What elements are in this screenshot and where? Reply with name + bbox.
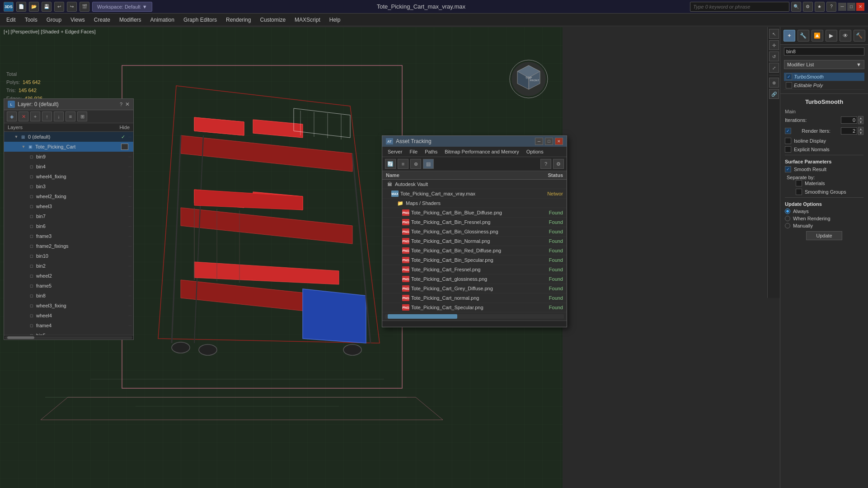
layer-move-up-btn[interactable]: ↑ — [42, 112, 52, 121]
at-menu-server[interactable]: Server — [385, 148, 405, 155]
ts-when-rendering-radio[interactable] — [785, 216, 790, 221]
at-menu-options[interactable]: Options — [524, 148, 546, 155]
layer-row[interactable]: ◻ frame5 ··· — [4, 281, 133, 291]
open-button[interactable]: 📂 — [29, 2, 39, 12]
layer-row[interactable]: ◻ frame2_fixings ··· — [4, 241, 133, 251]
at-menu-bitmap-perf[interactable]: Bitmap Performance and Memory — [442, 148, 521, 155]
layer-row[interactable]: ◻ wheel4_fixing ··· — [4, 172, 133, 181]
star-icon[interactable]: ★ — [815, 2, 825, 12]
ts-iterations-up[interactable]: ▲ — [858, 116, 863, 120]
ts-update-button[interactable]: Update — [806, 231, 842, 240]
scrollbar-thumb[interactable] — [7, 336, 34, 339]
settings-icon[interactable]: ⚙ — [803, 2, 813, 12]
ts-iterations-down[interactable]: ▼ — [858, 120, 863, 124]
menu-views[interactable]: Views — [66, 15, 89, 25]
at-row[interactable]: PNG Tote_Picking_Cart_Bin_Normal.png Fou… — [382, 237, 567, 246]
layer-row[interactable]: ◻ bin10 ··· — [4, 251, 133, 261]
at-row[interactable]: PNG Tote_Picking_Cart_Bin_Glossiness.png… — [382, 227, 567, 237]
layer-row[interactable]: ◻ bin8 ··· — [4, 291, 133, 301]
workspace-button[interactable]: Workspace: Default ▼ — [92, 2, 152, 12]
at-row[interactable]: PNG Tote_Picking_Cart_Fresnel.png Found — [382, 265, 567, 274]
menu-edit[interactable]: Edit — [2, 15, 20, 25]
menu-group[interactable]: Group — [42, 15, 66, 25]
menu-animation[interactable]: Animation — [146, 15, 179, 25]
nav-cube[interactable]: TOP FRONT — [508, 59, 549, 99]
at-settings-btn[interactable]: ⚙ — [553, 159, 564, 169]
at-row[interactable]: PNG Tote_Picking_Cart_Bin_Blue_Diffuse.p… — [382, 208, 567, 218]
ts-smooth-result-check[interactable]: ✓ — [785, 166, 791, 172]
layer-close-button[interactable]: ✕ — [125, 101, 130, 107]
layer-row[interactable]: ◻ bin7 ··· — [4, 211, 133, 221]
at-refresh-btn[interactable]: 🔄 — [385, 159, 396, 169]
layer-move-down-btn[interactable]: ↓ — [54, 112, 64, 121]
menu-help[interactable]: Help — [325, 15, 345, 25]
ts-render-iters-up[interactable]: ▲ — [858, 127, 863, 131]
rn-rotate-btn[interactable]: ↺ — [769, 51, 779, 61]
layer-options-btn[interactable]: ≡ — [66, 112, 75, 121]
at-row[interactable]: PNG Tote_Picking_Cart_Specular.png Found — [382, 303, 567, 312]
at-help-btn[interactable]: ? — [540, 159, 551, 169]
menu-create[interactable]: Create — [89, 15, 115, 25]
minimize-button[interactable]: ─ — [838, 3, 846, 11]
create-panel-btn[interactable]: ✦ — [784, 30, 795, 42]
layer-scrollbar[interactable] — [4, 335, 133, 339]
utility-panel-btn[interactable]: 🔨 — [854, 30, 865, 42]
layer-row[interactable]: ◻ wheel3_fixing ··· — [4, 301, 133, 311]
at-row[interactable]: PNG Tote_Picking_Cart_Bin_Specular.png F… — [382, 256, 567, 265]
modify-panel-btn[interactable]: 🔧 — [798, 30, 809, 42]
at-table-btn[interactable]: ▤ — [423, 159, 434, 169]
ts-isoline-check[interactable] — [785, 138, 791, 144]
layer-expand-btn[interactable]: ⊞ — [77, 112, 87, 121]
at-row[interactable]: 📁 Maps / Shaders — [382, 199, 567, 208]
layer-row[interactable]: ◻ bin2 ··· — [4, 261, 133, 271]
menu-customize[interactable]: Customize — [255, 15, 290, 25]
layer-row[interactable]: ◻ bin9 ··· — [4, 152, 133, 162]
at-row[interactable]: PNG Tote_Picking_Cart_glossiness.png Fou… — [382, 274, 567, 284]
expand-icon[interactable]: ▼ — [20, 144, 27, 150]
search-icon[interactable]: 🔍 — [791, 2, 801, 12]
ts-always-radio[interactable] — [785, 209, 790, 214]
expand-icon[interactable]: ▼ — [13, 134, 19, 140]
modifier-check-editablepoly[interactable] — [786, 82, 792, 88]
new-button[interactable]: 📄 — [16, 2, 26, 12]
at-list-btn[interactable]: ≡ — [398, 159, 408, 169]
layer-row[interactable]: ◻ bin5 ··· — [4, 330, 133, 335]
at-merge-btn[interactable]: ⊕ — [410, 159, 421, 169]
ts-render-iters-check[interactable]: ✓ — [785, 128, 791, 134]
layer-row[interactable]: ◻ frame3 ··· — [4, 231, 133, 241]
at-row[interactable]: PNG Tote_Picking_Cart_Bin_Fresnel.png Fo… — [382, 218, 567, 227]
layer-row[interactable]: ◻ bin4 ··· — [4, 162, 133, 172]
hierarchy-panel-btn[interactable]: 🔼 — [812, 30, 823, 42]
rn-link-btn[interactable]: 🔗 — [769, 89, 779, 99]
help-icon[interactable]: ? — [826, 2, 836, 12]
scene-button[interactable]: 🎬 — [80, 2, 89, 12]
layer-delete-btn[interactable]: ✕ — [19, 112, 28, 121]
layer-row[interactable]: ◻ frame4 ··· — [4, 321, 133, 330]
menu-maxscript[interactable]: MAXScript — [290, 15, 325, 25]
at-row[interactable]: MAX Tote_Picking_Cart_max_vray.max Netwo… — [382, 189, 567, 199]
rn-select-btn[interactable]: ↖ — [769, 29, 779, 39]
modifier-name-input[interactable] — [784, 47, 864, 56]
layer-row[interactable]: ◻ bin6 ··· — [4, 221, 133, 231]
at-row[interactable]: PNG Tote_Picking_Cart_Bin_Red_Diffuse.pn… — [382, 246, 567, 256]
rn-move-btn[interactable]: ✛ — [769, 40, 779, 50]
modifier-editable-poly[interactable]: Editable Poly — [784, 81, 864, 90]
layer-row[interactable]: ◻ wheel3 ··· — [4, 201, 133, 211]
layer-row[interactable]: ◻ wheel2 ··· — [4, 271, 133, 281]
ts-manually-radio[interactable] — [785, 223, 790, 228]
layer-row[interactable]: ◻ bin3 ··· — [4, 181, 133, 191]
layer-row[interactable]: ◻ wheel2_fixing ··· — [4, 191, 133, 201]
at-menu-paths[interactable]: Paths — [422, 148, 440, 155]
app-logo[interactable]: 3DS — [4, 2, 14, 12]
menu-graph-editors[interactable]: Graph Editors — [179, 15, 221, 25]
redo-button[interactable]: ↪ — [67, 2, 77, 12]
maximize-button[interactable]: □ — [847, 3, 855, 11]
save-button[interactable]: 💾 — [42, 2, 52, 12]
modifier-check-turbosmooth[interactable]: ✓ — [786, 74, 792, 80]
at-menu-file[interactable]: File — [407, 148, 420, 155]
menu-modifiers[interactable]: Modifiers — [115, 15, 146, 25]
rn-snap-btn[interactable]: ⊕ — [769, 78, 779, 88]
layer-row[interactable]: ▼ ⊞ 0 (default) ✓ ··· — [4, 132, 133, 142]
ts-explicit-check[interactable] — [785, 146, 791, 153]
at-close-button[interactable]: ✕ — [555, 138, 563, 145]
